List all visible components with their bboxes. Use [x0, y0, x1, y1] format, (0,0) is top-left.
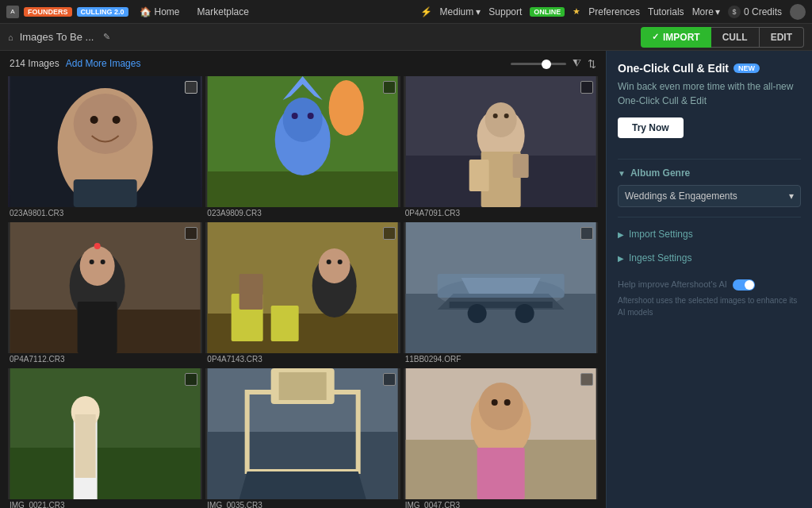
list-item[interactable]: IMG_0021.CR3 [8, 368, 202, 508]
svg-rect-55 [75, 414, 96, 478]
photo-checkbox[interactable] [185, 81, 197, 94]
svg-point-14 [329, 80, 364, 136]
list-item[interactable]: 023A9809.CR3 [205, 76, 400, 219]
list-item[interactable]: IMG_0035.CR3 [205, 368, 400, 508]
svg-rect-23 [469, 160, 488, 191]
top-nav: A FOUNDERS CULLING 2.0 🏠 Home Marketplac… [0, 0, 812, 24]
help-subtext: Aftershoot uses the selected images to e… [618, 294, 801, 318]
album-genre-label: Album Genre [630, 167, 690, 179]
import-button[interactable]: ✓ IMPORT [641, 27, 711, 48]
cull-button[interactable]: CULL [711, 27, 760, 48]
photo-filename: 11BB0294.ORF [404, 353, 598, 365]
right-sidebar: One-Click Cull & Edit NEW Win back even … [606, 51, 812, 508]
list-item[interactable]: 023A9801.CR3 [8, 76, 202, 219]
svg-point-65 [491, 399, 497, 406]
main-content: 214 Images Add More Images ⧨ ⇅ [0, 51, 812, 508]
photo-grid: 023A9801.CR3 [8, 76, 598, 508]
list-item[interactable]: 0P4A7112.CR3 [8, 222, 202, 365]
svg-point-29 [90, 260, 94, 264]
sort-icon[interactable]: ⇅ [588, 58, 596, 70]
photo-filename: 023A9801.CR3 [8, 207, 202, 219]
genre-select[interactable]: Weddings & Engagements ▾ [618, 185, 801, 207]
svg-rect-36 [271, 306, 299, 341]
svg-rect-31 [78, 302, 117, 353]
photo-checkbox[interactable] [185, 227, 197, 240]
filter-icon[interactable]: ⧨ [573, 57, 581, 70]
help-section: Help improve Aftershoot's AI Aftershoot … [618, 278, 801, 318]
slider-thumb[interactable] [542, 60, 551, 69]
import-settings-toggle[interactable]: ▶ Import Settings [618, 225, 801, 243]
photo-filename: 0P4A7112.CR3 [8, 353, 202, 365]
list-item[interactable]: IMG_0047.CR3 [404, 368, 598, 508]
list-item[interactable]: 0P4A7091.CR3 [404, 76, 598, 219]
album-title: Images To Be ... [20, 31, 94, 43]
svg-point-30 [101, 260, 105, 264]
photo-checkbox[interactable] [383, 81, 396, 94]
svg-point-48 [467, 304, 486, 323]
photo-checkbox[interactable] [383, 227, 396, 240]
sidebar-title: One-Click Cull & Edit [618, 62, 729, 75]
svg-rect-6 [10, 76, 201, 207]
genre-value: Weddings & Engagements [625, 190, 737, 202]
svg-point-10 [283, 98, 323, 142]
marketplace-nav-item[interactable]: Marketplace [191, 6, 255, 17]
sidebar-divider [618, 159, 801, 160]
photo-checkbox[interactable] [580, 227, 593, 240]
photo-filename: 0P4A7143.CR3 [205, 353, 400, 365]
size-slider[interactable] [511, 63, 566, 65]
photo-area-header: 214 Images Add More Images ⧨ ⇅ [8, 57, 598, 70]
svg-rect-60 [279, 372, 327, 400]
svg-point-66 [504, 399, 510, 406]
svg-rect-52 [10, 448, 201, 499]
svg-point-49 [515, 304, 534, 323]
action-buttons: ✓ IMPORT CULL EDIT [641, 27, 804, 48]
edit-pencil-icon[interactable]: ✎ [103, 32, 110, 42]
new-badge: NEW [733, 64, 760, 73]
app-logo: A [6, 6, 19, 18]
home-label: Home [155, 6, 180, 17]
online-badge: ONLINE [530, 7, 565, 17]
photo-filename: IMG_0047.CR3 [404, 499, 598, 508]
svg-rect-8 [208, 171, 398, 207]
photo-filename: 023A9809.CR3 [205, 207, 400, 219]
add-more-images-link[interactable]: Add More Images [66, 58, 141, 69]
user-avatar[interactable] [790, 4, 806, 20]
album-genre-toggle[interactable]: ▼ Album Genre [618, 167, 801, 179]
svg-point-20 [492, 114, 497, 118]
medium-label: Medium [440, 6, 474, 17]
support-link[interactable]: Support [488, 6, 522, 17]
nav-right-section: ⚡ Medium ▾ Support ONLINE ★ Preferences … [420, 4, 806, 20]
photo-checkbox[interactable] [580, 373, 593, 386]
more-dropdown[interactable]: More ▾ [692, 6, 720, 17]
preferences-link[interactable]: Preferences [588, 6, 640, 17]
list-item[interactable]: 0P4A7143.CR3 [205, 222, 400, 365]
album-genre-section: ▼ Album Genre Weddings & Engagements ▾ [618, 167, 801, 207]
photo-filename: IMG_0021.CR3 [8, 499, 202, 508]
svg-point-38 [319, 248, 350, 283]
more-chevron: ▾ [715, 6, 720, 17]
founders-badge: FOUNDERS [24, 7, 72, 17]
breadcrumb-icon: ⌂ [8, 33, 13, 42]
svg-point-32 [94, 243, 101, 249]
list-item[interactable]: 11BB0294.ORF [404, 222, 598, 365]
tutorials-link[interactable]: Tutorials [648, 6, 684, 17]
medium-selector[interactable]: Medium ▾ [440, 6, 481, 17]
svg-point-28 [80, 246, 115, 286]
photo-checkbox[interactable] [580, 81, 593, 94]
edit-button[interactable]: EDIT [760, 27, 804, 48]
try-now-button[interactable]: Try Now [618, 117, 684, 138]
medium-chevron: ▾ [476, 6, 481, 17]
import-label: IMPORT [663, 32, 700, 43]
ingest-settings-toggle[interactable]: ▶ Ingest Settings [618, 249, 801, 267]
svg-point-40 [338, 260, 343, 264]
photo-checkbox[interactable] [383, 373, 396, 386]
home-icon: 🏠 [140, 6, 151, 17]
svg-point-39 [327, 260, 331, 264]
more-label: More [692, 6, 714, 17]
help-text: Help improve Aftershoot's AI [618, 278, 801, 291]
credits-display[interactable]: $ 0 Credits [728, 6, 782, 18]
home-nav-item[interactable]: 🏠 Home [133, 6, 186, 17]
photo-checkbox[interactable] [185, 373, 197, 386]
svg-point-19 [485, 102, 516, 137]
help-toggle[interactable] [733, 279, 755, 291]
